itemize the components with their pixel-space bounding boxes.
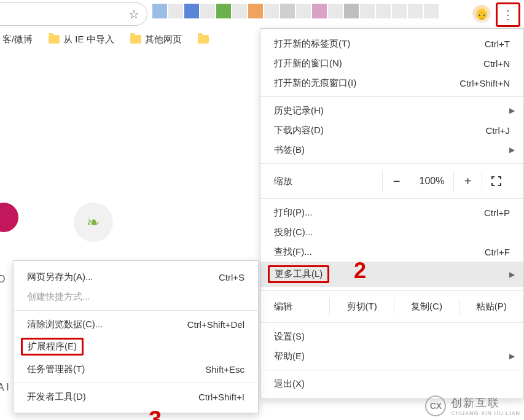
menu-print[interactable]: 打印(P)... Ctrl+P — [260, 203, 523, 222]
menu-accelerator: Shift+Esc — [205, 364, 244, 375]
menu-separator — [260, 322, 523, 323]
edit-cut[interactable]: 剪切(T) — [329, 298, 394, 315]
watermark: CX 创新互联 CHUANG XIN HU LIAN — [425, 395, 520, 416]
watermark-logo-icon: CX — [425, 395, 446, 416]
zoom-value: 100% — [410, 176, 453, 187]
menu-label: 设置(S) — [274, 331, 510, 343]
vertical-dots-icon: ⋮ — [502, 7, 514, 22]
menu-new-incognito[interactable]: 打开新的无痕窗口(I) Ctrl+Shift+N — [260, 73, 523, 93]
menu-label: 投射(C)... — [274, 227, 510, 238]
fullscreen-icon — [491, 176, 502, 187]
menu-accelerator: Ctrl+Shift+Del — [187, 319, 244, 330]
menu-label: 退出(X) — [274, 378, 510, 390]
folder-icon — [49, 35, 60, 44]
menu-label: 扩展程序(E) — [27, 338, 244, 356]
menu-edit-row: 编辑 剪切(T) 复制(C) 粘贴(P) — [260, 295, 523, 319]
submenu-arrow-icon: ▶ — [509, 270, 515, 279]
background-app-icon: ❧ — [74, 203, 113, 242]
menu-separator — [260, 96, 523, 97]
chrome-main-menu: 打开新的标签页(T) Ctrl+T 打开新的窗口(N) Ctrl+N 打开新的无… — [260, 28, 524, 399]
watermark-subtext: CHUANG XIN HU LIAN — [451, 410, 520, 416]
menu-exit[interactable]: 退出(X) — [260, 374, 523, 394]
zoom-label: 缩放 — [274, 176, 335, 187]
menu-find[interactable]: 查找(F)... Ctrl+F — [260, 242, 523, 262]
menu-accelerator: Ctrl+T — [485, 39, 510, 49]
menu-separator — [260, 163, 523, 164]
menu-new-window[interactable]: 打开新的窗口(N) Ctrl+N — [260, 53, 523, 73]
submenu-task-manager[interactable]: 任务管理器(T) Shift+Esc — [14, 359, 258, 379]
menu-label: 打印(P)... — [274, 207, 484, 219]
menu-label: 开发者工具(D) — [27, 391, 198, 403]
zoom-out-button[interactable]: − — [382, 171, 410, 191]
menu-label: 更多工具(L) — [274, 265, 510, 283]
omnibox-right[interactable]: ☆ — [0, 2, 147, 26]
bookmark-label: 从 IE 中导入 — [63, 34, 114, 45]
menu-label: 书签(B) — [274, 144, 510, 156]
menu-label: 打开新的无痕窗口(I) — [274, 77, 459, 89]
menu-separator — [14, 383, 258, 383]
submenu-extensions[interactable]: 扩展程序(E) 3 — [14, 334, 258, 359]
menu-separator — [14, 310, 258, 311]
folder-icon — [198, 35, 209, 44]
submenu-dev-tools[interactable]: 开发者工具(D) Ctrl+Shift+I — [14, 387, 258, 406]
bookmark-item[interactable] — [198, 35, 209, 44]
menu-label: 查找(F)... — [274, 246, 485, 258]
menu-accelerator: Ctrl+Shift+N — [459, 78, 510, 88]
watermark-text: 创新互联 — [451, 397, 500, 409]
toolbar: ☆ 👴 ⋮ — [0, 0, 524, 28]
submenu-create-shortcut: 创建快捷方式... — [14, 287, 258, 306]
chrome-menu-button[interactable]: ⋮ — [496, 2, 520, 27]
menu-more-tools[interactable]: 更多工具(L) ▶ 2 — [260, 262, 523, 287]
menu-accelerator: Ctrl+Shift+I — [198, 392, 244, 402]
menu-cast[interactable]: 投射(C)... — [260, 222, 523, 242]
edit-label: 编辑 — [274, 301, 329, 313]
submenu-clear-data[interactable]: 清除浏览数据(C)... Ctrl+Shift+Del — [14, 314, 258, 334]
annotation-3: 3 — [149, 406, 162, 420]
menu-label: 下载内容(D) — [274, 125, 485, 136]
menu-downloads[interactable]: 下载内容(D) Ctrl+J — [260, 120, 523, 140]
menu-settings[interactable]: 设置(S) — [260, 327, 523, 346]
menu-separator — [260, 370, 523, 370]
menu-separator — [260, 198, 523, 199]
menu-label: 历史记录(H) — [274, 105, 510, 117]
submenu-save-page[interactable]: 网页另存为(A)... Ctrl+S — [14, 267, 258, 287]
more-tools-submenu: 网页另存为(A)... Ctrl+S 创建快捷方式... 清除浏览数据(C)..… — [13, 260, 259, 413]
menu-label: 打开新的标签页(T) — [274, 38, 485, 50]
menu-label: 清除浏览数据(C)... — [27, 319, 187, 330]
menu-label: 任务管理器(T) — [27, 364, 205, 375]
menu-bookmarks[interactable]: 书签(B) ▶ — [260, 140, 523, 160]
menu-label: 创建快捷方式... — [27, 291, 244, 303]
menu-accelerator: Ctrl+P — [484, 208, 510, 218]
folder-icon — [130, 35, 141, 44]
menu-label: 打开新的窗口(N) — [274, 58, 483, 69]
menu-accelerator: Ctrl+F — [485, 247, 510, 257]
edit-copy[interactable]: 复制(C) — [394, 298, 458, 315]
edit-paste[interactable]: 粘贴(P) — [459, 298, 523, 315]
menu-separator — [260, 290, 523, 291]
menu-help[interactable]: 帮助(E) ▶ — [260, 346, 523, 366]
menu-accelerator: Ctrl+S — [219, 272, 244, 282]
bookmark-label: 其他网页 — [145, 34, 182, 45]
menu-accelerator: Ctrl+J — [485, 125, 510, 136]
menu-history[interactable]: 历史记录(H) ▶ — [260, 101, 523, 120]
menu-accelerator: Ctrl+N — [483, 58, 510, 69]
menu-label: 帮助(E) — [274, 351, 510, 362]
background-app-icon — [0, 203, 18, 232]
background-text: O — [0, 274, 5, 285]
menu-label: 网页另存为(A)... — [27, 271, 219, 283]
submenu-arrow-icon: ▶ — [509, 146, 515, 154]
bookmark-item[interactable]: 其他网页 — [130, 34, 182, 45]
profile-avatar[interactable]: 👴 — [472, 5, 491, 23]
bookmark-item[interactable]: 从 IE 中导入 — [49, 34, 114, 45]
extension-icons-blurred — [152, 4, 439, 18]
bookmark-star-icon[interactable]: ☆ — [128, 7, 139, 21]
menu-new-tab[interactable]: 打开新的标签页(T) Ctrl+T — [260, 34, 523, 53]
zoom-in-button[interactable]: + — [453, 171, 482, 191]
background-text: A I — [0, 382, 9, 393]
menu-zoom: 缩放 − 100% + — [260, 168, 523, 195]
fullscreen-button[interactable] — [482, 171, 510, 191]
bookmark-item[interactable]: 客/微博 — [2, 34, 33, 45]
bookmark-label: 客/微博 — [2, 34, 33, 45]
submenu-arrow-icon: ▶ — [509, 352, 515, 360]
leaf-icon: ❧ — [87, 213, 100, 232]
